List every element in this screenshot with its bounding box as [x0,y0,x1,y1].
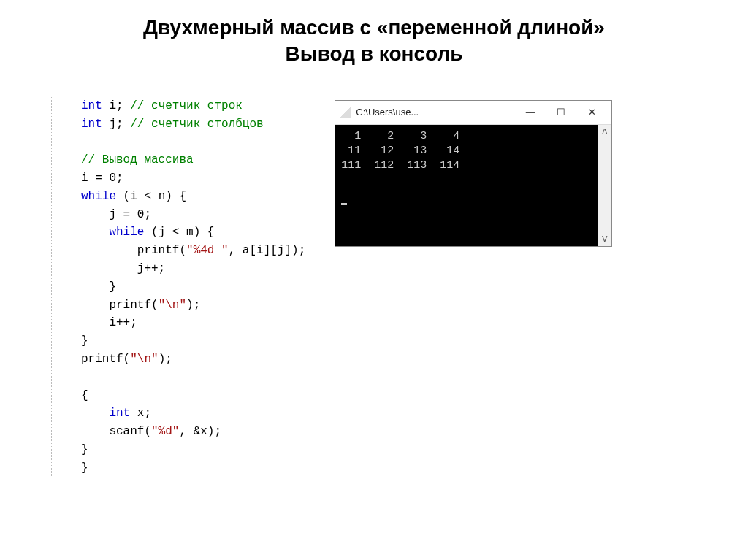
code-text: } [81,461,88,475]
code-text [81,425,109,438]
console-output[interactable]: 1 2 3 4 11 12 13 14 111 112 113 114 [335,125,598,246]
code-text: printf( [81,299,159,312]
code-block: int i; // счетчик строк int j; // счетчи… [51,97,305,477]
code-text: } [81,280,116,294]
code-text [81,407,109,420]
code-text: scanf( [109,425,151,438]
code-text: i++; [81,316,137,329]
window-titlebar[interactable]: C:\Users\use... — ☐ ✕ [335,101,611,125]
app-icon [340,107,351,118]
code-text: i = 0; [81,172,123,185]
comment: // счетчик столбцов [130,118,263,131]
console-line: 11 12 13 14 [341,145,459,157]
window-title: C:\Users\use... [356,107,419,118]
minimize-button[interactable]: — [515,104,546,121]
string-literal: "%4d " [186,244,229,257]
string-literal: "\n" [159,299,186,312]
keyword: while [109,226,144,239]
code-text: } [81,334,88,348]
keyword: int [81,99,102,112]
comment: // Вывод массива [81,153,194,166]
maximize-button[interactable]: ☐ [546,104,576,121]
console-body-wrap: 1 2 3 4 11 12 13 14 111 112 113 114 ᐱ ᐯ [335,125,611,246]
scroll-up-icon[interactable]: ᐱ [602,125,608,139]
console-window: C:\Users\use... — ☐ ✕ 1 2 3 4 11 12 13 1… [335,100,612,247]
title-line-1: Двухмерный массив с «переменной длиной» [143,16,605,39]
code-text: { [81,389,88,402]
content-row: int i; // счетчик строк int j; // счетчи… [29,97,719,477]
code-text: j = 0; [81,208,151,221]
slide: Двухмерный массив с «переменной длиной» … [0,0,748,560]
code-text: (j < m) { [144,226,214,239]
title-line-2: Вывод в консоль [286,42,463,65]
keyword: int [81,118,102,131]
code-text: ); [159,353,172,366]
code-text: i; [102,99,130,112]
slide-title: Двухмерный массив с «переменной длиной» … [29,15,719,68]
code-text: (i < n) { [116,190,186,203]
code-text: , &x); [179,425,221,438]
code-text: x; [130,407,151,420]
comment: // счетчик строк [130,99,243,112]
code-text: j; [102,118,130,131]
code-text: } [81,443,88,456]
code-text: , a[i][j]); [229,244,306,257]
code-text: printf( [81,244,186,257]
scrollbar[interactable]: ᐱ ᐯ [598,125,611,246]
code-text [81,226,109,239]
code-text: printf( [81,353,130,366]
console-line: 1 2 3 4 [341,130,459,142]
code-text: j++; [81,262,165,275]
keyword: while [81,190,116,203]
keyword: int [109,407,130,420]
console-line: 111 112 113 114 [341,159,459,172]
scroll-down-icon[interactable]: ᐯ [602,232,608,246]
code-text: ); [186,299,200,312]
cursor-icon [341,203,347,205]
close-button[interactable]: ✕ [576,104,607,121]
string-literal: "\n" [130,353,158,366]
string-literal: "%d" [151,425,179,438]
